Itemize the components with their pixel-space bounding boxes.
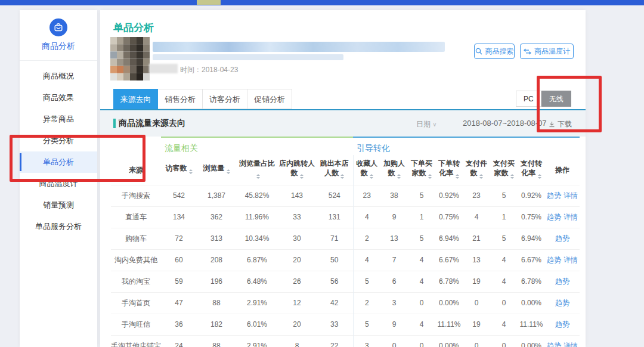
- value-cell: 5: [408, 185, 435, 206]
- detail-link[interactable]: 详情: [564, 191, 578, 200]
- product-analysis-icon: [49, 18, 67, 36]
- page-title: 单品分析: [113, 21, 154, 35]
- value-cell: 131: [316, 206, 353, 228]
- value-cell: 5: [490, 228, 518, 249]
- sort-icon[interactable]: [397, 172, 401, 181]
- trend-link[interactable]: 趋势: [555, 299, 569, 307]
- search-icon: [475, 48, 482, 55]
- section-title: 商品流量来源去向: [113, 118, 185, 129]
- value-cell: 182: [197, 314, 236, 335]
- value-cell: 56: [316, 271, 353, 292]
- value-cell: 9: [380, 206, 408, 228]
- trend-link[interactable]: 趋势: [555, 234, 569, 243]
- sidebar-item-yichang[interactable]: 异常商品: [20, 109, 97, 130]
- table-head: 流量相关引导转化来源访客数浏览量浏览量占比店内跳转人数跳出本店人数收藏人数加购人…: [111, 137, 580, 185]
- trend-link[interactable]: 趋势: [547, 256, 561, 264]
- blurred-product-subtitle: [153, 54, 343, 60]
- product-thermometer-label: 商品温度计: [534, 47, 570, 57]
- sort-icon[interactable]: [479, 172, 483, 181]
- trend-link[interactable]: 趋势: [547, 342, 561, 347]
- value-cell: 36: [161, 314, 197, 335]
- table-body: 手淘搜索5421,38745.82%143524233850.92%2350.9…: [111, 185, 580, 347]
- tab-promo[interactable]: 促销分析: [247, 89, 292, 109]
- date-range-value[interactable]: 2018-08-07~2018-08-07: [463, 119, 547, 128]
- traffic-source-table: 流量相关引导转化来源访客数浏览量浏览量占比店内跳转人数跳出本店人数收藏人数加购人…: [111, 137, 580, 347]
- value-cell: 71: [316, 228, 353, 249]
- detail-link[interactable]: 详情: [564, 342, 578, 347]
- product-search-button[interactable]: 商品搜索: [474, 44, 515, 59]
- value-cell: 0.00%: [518, 292, 545, 314]
- sort-icon[interactable]: [510, 172, 514, 181]
- device-toggle-pc[interactable]: PC: [516, 91, 541, 107]
- blurred-product-title: [153, 42, 445, 52]
- detail-link[interactable]: 详情: [564, 213, 578, 221]
- trend-link[interactable]: 趋势: [555, 277, 569, 286]
- source-cell: 购物车: [111, 228, 161, 249]
- value-cell: 5: [408, 228, 435, 249]
- value-cell: 33: [278, 206, 316, 228]
- sidebar-item-gaikuang[interactable]: 商品概况: [20, 66, 97, 87]
- sidebar-item-wenduji[interactable]: 商品温度计: [20, 173, 97, 194]
- value-cell: 1: [408, 206, 435, 228]
- chevron-down-icon: ∨: [432, 121, 436, 128]
- sort-icon[interactable]: [227, 168, 230, 176]
- value-cell: 4: [353, 249, 380, 271]
- value-cell: 208: [197, 249, 236, 271]
- value-cell: 13: [463, 249, 490, 271]
- sidebar-item-fuwu[interactable]: 单品服务分析: [20, 216, 97, 237]
- trend-link[interactable]: 趋势: [555, 320, 569, 329]
- value-cell: 1: [490, 206, 518, 228]
- column-header: 下单买家数: [408, 155, 435, 185]
- source-column-header: 来源: [111, 155, 161, 185]
- actions-cell: 趋势详情: [545, 335, 580, 347]
- column-header: 支付买家数: [490, 155, 518, 185]
- tab-source[interactable]: 来源去向: [113, 89, 158, 109]
- value-cell: 2.91%: [236, 292, 278, 314]
- sort-icon[interactable]: [256, 172, 260, 181]
- value-cell: 38: [380, 185, 408, 206]
- bag-icon: [54, 23, 63, 32]
- value-cell: 8: [278, 335, 316, 347]
- sort-icon[interactable]: [456, 172, 459, 181]
- value-cell: 59: [161, 271, 197, 292]
- value-cell: 143: [278, 185, 316, 206]
- value-cell: 4: [408, 314, 435, 335]
- value-cell: 9: [380, 314, 408, 335]
- sort-icon[interactable]: [538, 172, 541, 181]
- value-cell: 4: [463, 206, 490, 228]
- table-row: 直通车13436211.96%331314910.75%410.75%趋势详情: [111, 206, 580, 228]
- sidebar-item-fenlei[interactable]: 分类分析: [20, 130, 97, 151]
- trend-link[interactable]: 趋势: [547, 213, 561, 221]
- trend-link[interactable]: 趋势: [547, 191, 561, 200]
- sort-icon[interactable]: [300, 172, 304, 181]
- value-cell: 0: [408, 292, 435, 314]
- sidebar-item-yuce[interactable]: 销量预测: [20, 194, 97, 216]
- sort-icon[interactable]: [370, 172, 373, 181]
- value-cell: 6.48%: [236, 271, 278, 292]
- value-cell: 0: [490, 292, 518, 314]
- value-cell: 6: [380, 271, 408, 292]
- tab-visitor[interactable]: 访客分析: [203, 89, 247, 109]
- column-header: 访客数: [161, 155, 197, 185]
- source-cell: 手淘搜索: [111, 185, 161, 206]
- main-content-card: 单品分析 时间：2018-04-23 商品搜索 商品温度计 来源去向销售分析访客…: [100, 10, 586, 347]
- column-group-traffic: 流量相关: [161, 137, 353, 155]
- value-cell: 313: [197, 228, 236, 249]
- tab-sales[interactable]: 销售分析: [158, 89, 203, 109]
- download-button[interactable]: 下载: [549, 119, 572, 129]
- sidebar-item-xiaoguo[interactable]: 商品效果: [20, 87, 97, 109]
- value-cell: 134: [161, 206, 197, 228]
- sort-icon[interactable]: [340, 172, 344, 181]
- value-cell: 2.91%: [236, 335, 278, 347]
- detail-link[interactable]: 详情: [564, 256, 578, 264]
- download-icon: [549, 121, 555, 128]
- date-filter-dropdown[interactable]: 日期 ∨: [416, 119, 437, 129]
- sort-icon[interactable]: [189, 168, 193, 176]
- sort-icon[interactable]: [428, 172, 432, 181]
- value-cell: 47: [161, 292, 197, 314]
- value-cell: 5: [353, 314, 380, 335]
- device-toggle-wireless[interactable]: 无线: [541, 91, 571, 107]
- product-thermometer-button[interactable]: 商品温度计: [520, 44, 574, 59]
- value-cell: 196: [197, 271, 236, 292]
- sidebar-item-danpin[interactable]: 单品分析: [20, 151, 97, 173]
